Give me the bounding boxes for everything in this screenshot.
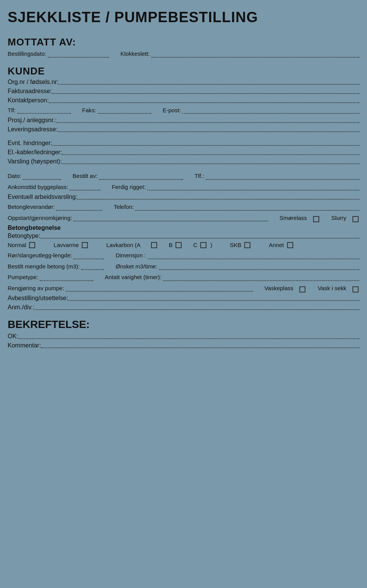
- avbestilling-label: Avbestilling/utsettelse:: [8, 295, 68, 302]
- antatt-label: Antatt varighet (timer):: [105, 273, 161, 282]
- lavkarbon-a-checkbox[interactable]: [151, 242, 157, 248]
- smorelass-label: Smørelass: [279, 214, 307, 223]
- rengjoring-label: Rengjøring av pumpe:: [8, 284, 64, 293]
- dimensjon-label: Dimensjon :: [115, 251, 146, 260]
- annet-label: Annet: [269, 242, 284, 248]
- page-title: SJEKKLISTE / PUMPEBESTILLING: [8, 9, 359, 26]
- ok-label: OK:: [8, 333, 18, 340]
- fakturaadresse-label: Fakturaadresse:: [8, 88, 52, 95]
- varsling-label: Varsling (høyspent):: [8, 158, 62, 165]
- b-label: B: [169, 242, 172, 248]
- pumpetype-label: Pumpetype:: [8, 273, 38, 282]
- betongleverandor-label: Betongleverandør:: [8, 203, 55, 212]
- ferdigrigget-label: Ferdig rigget:: [112, 183, 145, 192]
- telefon-label: Telefon:: [114, 203, 134, 212]
- betongbetegnelse-label: Betongbetegnelse: [8, 225, 359, 231]
- normal-checkbox[interactable]: [29, 242, 35, 248]
- vaskeplass-checkbox[interactable]: [299, 286, 305, 292]
- skb-checkbox[interactable]: [244, 242, 250, 248]
- normal-label: Normal: [8, 242, 26, 248]
- eventuell-label: Eventuell arbeidsvarsling:: [8, 194, 77, 200]
- vask-i-sekk-checkbox[interactable]: [352, 286, 359, 292]
- faks-label: Faks:: [82, 106, 96, 115]
- skb-label: SKB: [230, 242, 241, 248]
- bestillingsdato-label: Bestillingsdato:: [8, 50, 46, 58]
- smorelass-checkbox[interactable]: [313, 216, 319, 222]
- anm-label: Anm./div.:: [8, 304, 34, 311]
- bestiltav-label: Bestilt av:: [73, 172, 97, 181]
- tlf2-label: Tlf.:: [195, 172, 204, 181]
- ror-label: Rør/slangeutlegg-lengde:: [8, 251, 72, 260]
- kommentar-label: Kommentar:: [8, 342, 41, 349]
- onsket-label: Ønsket m3/time:: [115, 262, 157, 271]
- orgnr-label: Org.nr / fødsels.nr:: [8, 79, 58, 86]
- tlf-label: Tlf:: [8, 106, 16, 115]
- slurry-label: Slurry: [331, 214, 346, 223]
- vask-i-sekk-label: Vask i sekk: [318, 284, 346, 293]
- lavkarbon-label: Lavkarbon (A: [106, 242, 140, 248]
- dato-label: Dato:: [8, 172, 21, 181]
- el-label: El.-kabler/ledninger:: [8, 149, 62, 156]
- lavkarbon-c-checkbox[interactable]: [200, 242, 206, 248]
- evnt-label: Evnt. hindringer:: [8, 140, 52, 147]
- bekreftelse-heading: BEKREFTELSE:: [8, 318, 359, 331]
- leveringsadresse-label: Leveringsadresse:: [8, 126, 58, 133]
- annet-checkbox[interactable]: [287, 242, 293, 248]
- betongtype-label: Betongtype:: [8, 233, 40, 239]
- vaskeplass-label: Vaskeplass: [265, 284, 294, 293]
- kontaktperson-label: Kontaktperson:: [8, 97, 49, 104]
- lavvarme-label: Lavvarme: [54, 242, 79, 248]
- prosj-label: Prosj./ anleggsnr.:: [8, 117, 57, 124]
- lavkarbon-b-checkbox[interactable]: [175, 242, 182, 248]
- oppstart-label: Oppstart/gjennomkjøring:: [8, 214, 72, 223]
- c-label: C: [193, 242, 197, 248]
- klokkeslett-label: Klokkeslett:: [120, 50, 150, 58]
- mottatt-heading: MOTTATT AV:: [8, 36, 359, 48]
- slurry-checkbox[interactable]: [352, 216, 359, 222]
- ankomsttid-label: Ankomsttid byggeplass:: [8, 183, 68, 192]
- kunde-heading: KUNDE: [8, 65, 359, 77]
- bestilt-label: Bestilt mengde betong (m3):: [8, 262, 80, 271]
- epost-label: E-post:: [163, 106, 181, 115]
- lavvarme-checkbox[interactable]: [82, 242, 88, 248]
